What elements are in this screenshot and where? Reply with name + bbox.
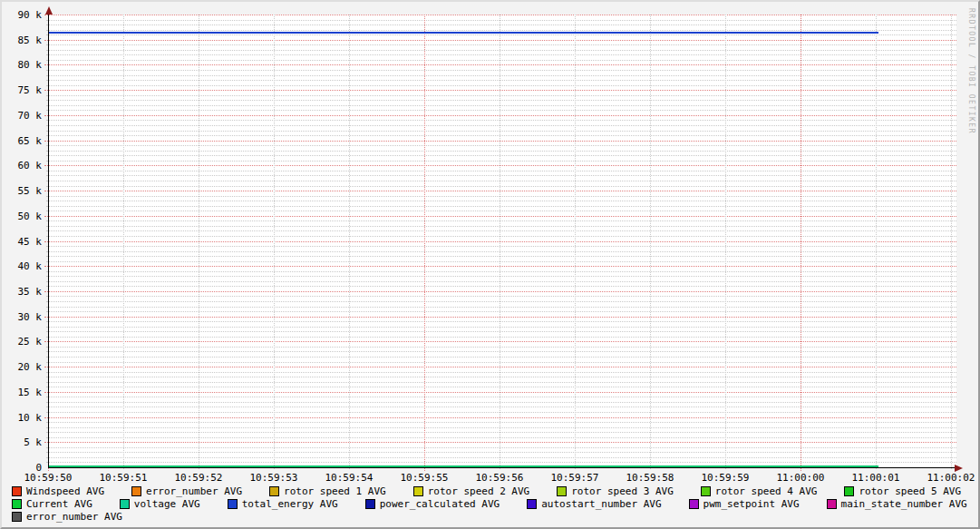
y-gridline-minor [46, 276, 956, 277]
y-gridline-minor [46, 120, 956, 121]
y-gridline-minor [46, 236, 956, 237]
legend-item: rotor speed 4 AVG [701, 485, 818, 497]
y-gridline-minor [46, 110, 956, 111]
y-gridline-minor [46, 131, 956, 132]
y-gridline-minor [46, 100, 956, 101]
y-gridline-major [44, 341, 956, 342]
y-gridline-minor [46, 44, 956, 45]
y-gridline-minor [46, 307, 956, 308]
y-gridline-major [44, 64, 956, 65]
y-gridline-minor [46, 246, 956, 247]
legend-item: main_state_number AVG [827, 498, 967, 510]
y-gridline-minor [46, 271, 956, 272]
legend-item-label: power_calculated AVG [380, 498, 500, 510]
y-gridline-major [44, 115, 956, 116]
y-gridline-minor [46, 331, 956, 332]
y-gridline-major [44, 442, 956, 443]
x-tick-label: 11:00:02 [915, 472, 980, 484]
y-tick-label: 45 k [2, 236, 42, 248]
y-gridline-minor [46, 432, 956, 433]
x-gridline-major [800, 15, 801, 471]
y-gridline-minor [46, 201, 956, 201]
legend-item: error_number AVG [131, 485, 242, 497]
x-tick-label: 10:59:52 [162, 472, 235, 484]
legend-color-swatch [827, 499, 837, 509]
y-gridline-minor [46, 447, 956, 448]
legend-item-label: autostart_number AVG [541, 498, 661, 510]
x-gridline-minor [876, 15, 877, 469]
y-gridline-minor [46, 327, 956, 328]
legend-item: Windspeed AVG [12, 485, 104, 497]
legend-item: rotor speed 3 AVG [557, 485, 674, 497]
x-tick-label: 10:59:58 [614, 472, 686, 484]
y-gridline-minor [46, 437, 956, 438]
y-gridline-major [44, 165, 956, 166]
y-gridline-minor [46, 301, 956, 302]
x-gridline-minor [575, 15, 576, 469]
legend-color-swatch [413, 486, 423, 496]
y-gridline-minor [46, 457, 956, 458]
y-gridline-minor [46, 95, 956, 96]
legend-item-label: pwm_setpoint AVG [703, 498, 800, 510]
y-gridline-minor [46, 171, 956, 171]
x-gridline-minor [951, 15, 952, 469]
y-gridline-minor [46, 261, 956, 262]
y-gridline-major [44, 317, 956, 318]
y-gridline-minor [46, 80, 956, 81]
x-gridline-minor [500, 15, 500, 469]
x-tick-label: 10:59:50 [12, 472, 84, 484]
legend-item: rotor speed 5 AVG [844, 485, 961, 497]
legend-item: rotor speed 1 AVG [269, 485, 386, 497]
x-tick-label: 10:59:53 [238, 472, 310, 484]
y-gridline-major [44, 392, 956, 393]
x-gridline-minor [725, 15, 726, 469]
legend-item: power_calculated AVG [365, 498, 500, 510]
x-gridline-minor [349, 15, 350, 469]
y-gridline-minor [46, 34, 956, 35]
y-gridline-minor [46, 85, 956, 86]
y-axis [48, 11, 49, 468]
y-gridline-minor [46, 105, 956, 106]
y-gridline-major [44, 241, 956, 242]
legend-item-label: rotor speed 2 AVG [428, 485, 530, 497]
y-gridline-minor [46, 351, 956, 352]
legend-item: autostart_number AVG [527, 498, 661, 510]
x-tick-label: 10:59:56 [463, 472, 536, 484]
y-gridline-minor [46, 230, 956, 231]
y-gridline-minor [46, 20, 956, 21]
y-gridline-minor [46, 347, 956, 348]
y-gridline-minor [46, 427, 956, 428]
y-gridline-minor [46, 382, 956, 383]
legend-color-swatch [689, 499, 699, 509]
y-tick-label: 40 k [2, 260, 42, 272]
y-gridline-major [44, 216, 956, 217]
x-gridline-major [424, 15, 425, 471]
y-gridline-minor [46, 372, 956, 373]
y-gridline-major [44, 40, 956, 41]
y-gridline-minor [46, 206, 956, 207]
legend-color-swatch [269, 486, 279, 496]
y-gridline-minor [46, 311, 956, 312]
y-gridline-major [44, 266, 956, 267]
y-gridline-minor [46, 220, 956, 221]
y-tick-label: 35 k [2, 286, 42, 298]
x-axis-arrow-icon [955, 465, 963, 472]
y-gridline-minor [46, 161, 956, 162]
legend-item-label: rotor speed 4 AVG [715, 485, 818, 497]
y-gridline-minor [46, 357, 956, 358]
y-gridline-minor [46, 125, 956, 126]
legend-color-swatch [844, 486, 854, 496]
y-gridline-minor [46, 54, 956, 55]
legend-item-label: voltage AVG [134, 498, 200, 510]
y-tick-label: 15 k [2, 387, 42, 398]
legend-item-label: Windspeed AVG [26, 485, 104, 497]
legend-item-label: total_energy AVG [242, 498, 338, 510]
y-gridline-minor [46, 452, 956, 453]
legend-color-swatch [557, 486, 567, 496]
legend-color-swatch [701, 486, 711, 496]
legend-row: error_number AVG [12, 511, 967, 523]
y-tick-label: 30 k [2, 311, 42, 323]
y-gridline-minor [46, 286, 956, 287]
y-gridline-minor [46, 387, 956, 387]
y-tick-label: 50 k [2, 211, 42, 222]
